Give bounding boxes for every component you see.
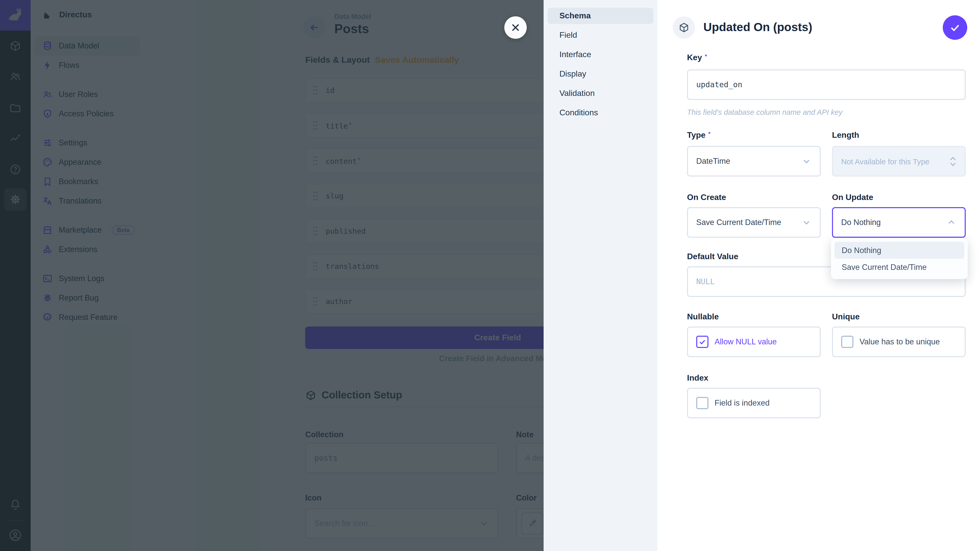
close-icon xyxy=(510,22,521,33)
key-label: Key * xyxy=(687,53,707,62)
length-label: Length xyxy=(832,130,859,140)
index-checkbox[interactable] xyxy=(696,397,708,409)
nullable-checkbox[interactable] xyxy=(696,336,708,348)
schema-panel: Updated On (posts) Key * This field's da… xyxy=(657,0,980,551)
tab-validation[interactable]: Validation xyxy=(548,85,653,102)
tab-display[interactable]: Display xyxy=(548,66,653,82)
default-value-label: Default Value xyxy=(687,252,738,261)
menu-option-save-current[interactable]: Save Current Date/Time xyxy=(835,259,964,275)
nullable-field: Allow NULL value xyxy=(687,327,821,357)
tab-interface[interactable]: Interface xyxy=(548,46,653,63)
menu-option-do-nothing[interactable]: Do Nothing xyxy=(835,242,964,259)
chevron-up-icon xyxy=(950,156,956,160)
check-icon xyxy=(698,338,706,346)
index-checkbox-label[interactable]: Field is indexed xyxy=(714,399,770,408)
chevron-down-icon xyxy=(801,218,811,227)
index-label: Index xyxy=(687,373,708,383)
field-edit-drawer: Schema Field Interface Display Validatio… xyxy=(544,0,980,551)
unique-checkbox-label[interactable]: Value has to be unique xyxy=(859,337,940,346)
type-value: DateTime xyxy=(696,157,801,166)
unique-field: Value has to be unique xyxy=(832,327,966,357)
required-star: * xyxy=(708,130,711,137)
chevron-up-icon xyxy=(946,218,956,227)
key-hint: This field's database column name and AP… xyxy=(687,108,842,116)
app: Directus Data Model Flows User Roles xyxy=(0,0,980,551)
on-update-value: Do Nothing xyxy=(841,218,946,227)
unique-checkbox[interactable] xyxy=(841,336,853,348)
tab-conditions[interactable]: Conditions xyxy=(548,105,653,121)
key-input-wrap xyxy=(687,69,966,100)
nullable-label: Nullable xyxy=(687,312,719,321)
type-label-text: Type xyxy=(687,130,705,139)
chevron-down-icon xyxy=(950,162,956,167)
length-input-wrap: Not Available for this Type xyxy=(832,146,966,176)
chevron-down-icon xyxy=(801,156,811,166)
on-update-label: On Update xyxy=(832,193,873,202)
nullable-checkbox-label[interactable]: Allow NULL value xyxy=(714,337,777,346)
type-label: Type * xyxy=(687,130,711,140)
required-star: * xyxy=(705,53,707,59)
on-create-value: Save Current Date/Time xyxy=(696,218,801,227)
save-button[interactable] xyxy=(943,15,967,40)
tab-field[interactable]: Field xyxy=(548,27,653,43)
index-field: Field is indexed xyxy=(687,388,821,418)
on-create-select[interactable]: Save Current Date/Time xyxy=(687,207,821,238)
cube-icon xyxy=(678,22,690,33)
type-select[interactable]: DateTime xyxy=(687,146,821,176)
check-icon xyxy=(949,21,961,34)
drawer-title: Updated On (posts) xyxy=(703,21,812,34)
length-stepper[interactable] xyxy=(950,156,956,167)
key-label-text: Key xyxy=(687,53,702,62)
drawer-overlay[interactable] xyxy=(0,0,544,551)
on-update-dropdown-menu: Do Nothing Save Current Date/Time xyxy=(831,238,968,279)
tab-schema[interactable]: Schema xyxy=(548,8,653,24)
key-input[interactable] xyxy=(696,80,956,89)
on-update-select[interactable]: Do Nothing xyxy=(832,207,966,238)
drawer-tab-list: Schema Field Interface Display Validatio… xyxy=(544,0,657,551)
drawer-title-icon-wrap xyxy=(673,16,695,39)
on-create-label: On Create xyxy=(687,193,726,202)
unique-label: Unique xyxy=(832,312,859,321)
drawer-close-button[interactable] xyxy=(504,16,527,39)
length-placeholder: Not Available for this Type xyxy=(841,157,950,165)
